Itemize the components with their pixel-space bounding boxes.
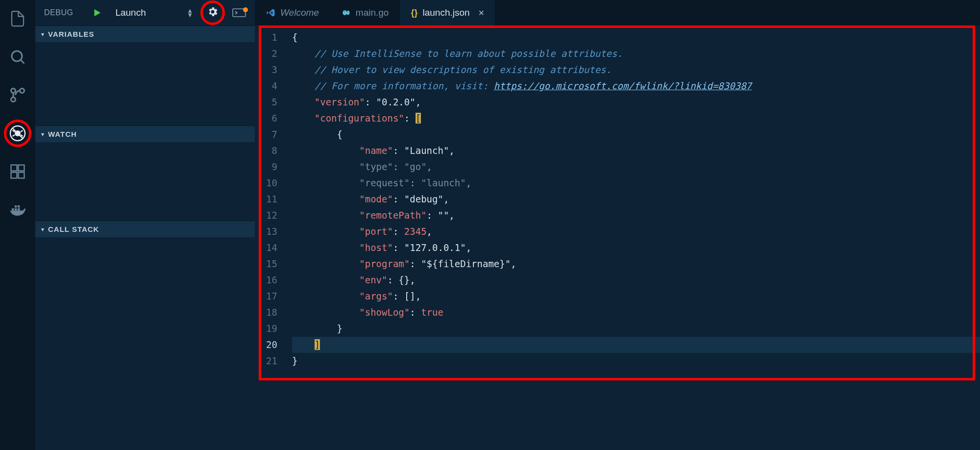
chevron-down-icon: ▾ — [41, 31, 44, 38]
search-icon — [9, 48, 26, 66]
line-gutter: 123456789101112131415161718192021 — [255, 29, 292, 450]
svg-rect-16 — [12, 208, 14, 211]
editor-tabs: Welcome main.go {} launch.json × — [255, 0, 980, 25]
tab-main-go[interactable]: main.go — [330, 0, 400, 25]
svg-point-23 — [346, 11, 350, 15]
editor-area: Welcome main.go {} launch.json × 1234567… — [255, 0, 980, 450]
gear-icon — [207, 6, 219, 18]
sidebar-header: DEBUG Launch ▲▼ — [35, 0, 255, 25]
svg-point-25 — [347, 12, 348, 13]
play-icon — [92, 7, 102, 18]
chevron-down-icon: ▾ — [41, 131, 44, 138]
svg-point-3 — [11, 98, 16, 102]
svg-rect-20 — [18, 205, 20, 208]
svg-line-1 — [21, 60, 24, 64]
watch-body — [35, 142, 255, 221]
settings-gear-button[interactable] — [207, 6, 219, 20]
notification-dot — [243, 7, 248, 12]
activity-search[interactable] — [6, 45, 29, 69]
svg-rect-13 — [19, 165, 24, 171]
start-debug-button[interactable] — [92, 7, 102, 18]
sidebar-title: DEBUG — [44, 8, 73, 17]
activity-debug[interactable] — [6, 122, 29, 145]
tab-label: main.go — [356, 7, 389, 18]
debug-sidebar: DEBUG Launch ▲▼ ▾ VARIABLES ▾ WATCH — [35, 0, 255, 450]
watch-header[interactable]: ▾ WATCH — [35, 126, 255, 142]
docker-icon — [9, 201, 26, 219]
svg-rect-17 — [15, 208, 17, 211]
debug-config-dropdown[interactable]: Launch — [115, 7, 178, 18]
svg-point-7 — [15, 130, 21, 136]
extensions-icon — [9, 163, 26, 180]
config-stepper[interactable]: ▲▼ — [187, 8, 193, 17]
variables-header[interactable]: ▾ VARIABLES — [35, 26, 255, 42]
svg-rect-19 — [15, 205, 17, 208]
files-icon — [9, 10, 26, 27]
svg-rect-18 — [18, 208, 20, 211]
variables-panel: ▾ VARIABLES — [35, 25, 255, 125]
activity-source-control[interactable] — [6, 83, 29, 107]
svg-rect-12 — [11, 165, 17, 171]
tab-close-button[interactable]: × — [479, 7, 485, 19]
svg-point-24 — [344, 12, 345, 13]
watch-panel: ▾ WATCH — [35, 125, 255, 221]
svg-point-0 — [12, 51, 22, 61]
chevron-down-icon: ▾ — [41, 226, 44, 233]
svg-point-22 — [343, 10, 346, 15]
tab-welcome[interactable]: Welcome — [255, 0, 330, 25]
go-icon — [341, 8, 351, 18]
variables-title: VARIABLES — [48, 30, 95, 38]
callstack-title: CALL STACK — [48, 225, 99, 233]
svg-rect-14 — [11, 173, 17, 178]
activity-docker[interactable] — [6, 198, 29, 222]
editor-body[interactable]: 123456789101112131415161718192021 { // U… — [255, 25, 980, 450]
svg-point-4 — [11, 89, 16, 93]
activity-bar — [0, 0, 35, 450]
activity-files[interactable] — [6, 7, 29, 30]
watch-title: WATCH — [48, 130, 77, 138]
git-icon — [9, 86, 26, 104]
tab-launch-json[interactable]: {} launch.json × — [400, 0, 495, 25]
svg-rect-15 — [19, 173, 24, 178]
activity-extensions[interactable] — [6, 160, 29, 183]
callstack-body — [35, 237, 255, 375]
svg-line-10 — [21, 130, 23, 132]
json-icon: {} — [411, 8, 417, 18]
tab-label: Welcome — [280, 7, 319, 18]
variables-body — [35, 42, 255, 125]
tab-label: launch.json — [422, 7, 469, 18]
callstack-panel: ▾ CALL STACK — [35, 221, 255, 375]
svg-line-9 — [13, 135, 15, 136]
vscode-icon — [266, 8, 275, 18]
debug-console-button[interactable] — [232, 8, 246, 17]
svg-point-2 — [20, 89, 24, 93]
bug-icon — [9, 125, 26, 142]
code-content[interactable]: { // Use IntelliSense to learn about pos… — [292, 29, 980, 450]
callstack-header[interactable]: ▾ CALL STACK — [35, 221, 255, 237]
